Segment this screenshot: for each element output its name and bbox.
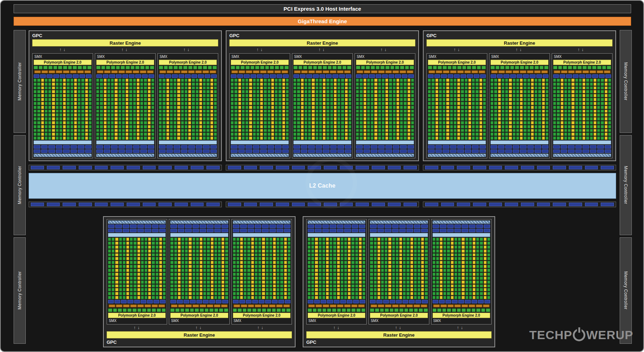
dp-core: [137, 242, 140, 245]
dp-core: [210, 106, 213, 109]
dp-core: [148, 98, 151, 101]
cuda-core: [233, 246, 236, 249]
dp-core: [571, 125, 574, 128]
dp-core: [260, 125, 263, 128]
cuda-core: [608, 117, 611, 120]
cuda-core: [234, 102, 237, 105]
cuda-core: [330, 106, 333, 109]
cuda-core: [404, 86, 406, 90]
cuda-core: [185, 113, 187, 116]
cuda-core: [337, 98, 340, 101]
dp-core: [262, 253, 265, 257]
cuda-core: [454, 113, 457, 116]
cuda-core: [483, 102, 486, 105]
ldst-block: [439, 300, 445, 303]
dp-core: [114, 133, 117, 136]
dp-core: [115, 284, 118, 288]
cuda-core: [319, 253, 322, 257]
cuda-core: [159, 133, 162, 136]
cuda-core: [145, 292, 147, 295]
sfu-block: [39, 66, 43, 69]
cuda-core: [96, 106, 99, 109]
cuda-core: [293, 117, 296, 120]
dp-core: [498, 113, 501, 116]
cuda-core: [112, 277, 114, 280]
dp-core: [178, 261, 181, 264]
cuda-core: [393, 86, 396, 90]
cuda-core: [403, 277, 406, 280]
cuda-core: [487, 277, 490, 280]
cuda-core: [118, 83, 121, 86]
cuda-core: [538, 117, 541, 120]
cuda-core: [360, 117, 362, 120]
sfu-block: [140, 66, 145, 69]
dp-core: [498, 137, 501, 140]
cuda-core: [370, 281, 373, 284]
cuda-core: [242, 129, 245, 132]
cuda-core: [133, 129, 136, 132]
dp-core: [312, 117, 314, 120]
cuda-core: [275, 98, 278, 101]
dispatch-block: [450, 149, 457, 153]
cuda-core: [218, 277, 221, 280]
cuda-core: [392, 242, 395, 245]
cuda-core: [341, 238, 343, 241]
cuda-core: [330, 253, 332, 257]
cuda-core: [557, 129, 560, 132]
cuda-core: [502, 86, 504, 90]
dp-core: [74, 79, 77, 82]
cuda-core: [371, 79, 374, 82]
cuda-core: [491, 106, 493, 109]
dp-core: [148, 288, 151, 291]
texture-block: [534, 70, 541, 73]
dp-core: [582, 83, 585, 86]
dp-core: [284, 277, 287, 280]
cuda-core: [264, 102, 267, 105]
cuda-core: [192, 106, 195, 109]
dp-core: [582, 102, 585, 105]
dp-core: [159, 238, 162, 241]
dispatch-block: [476, 224, 483, 228]
cuda-core: [141, 265, 144, 268]
cuda-core: [140, 121, 143, 124]
dp-core: [137, 83, 140, 86]
scheduler-block: [330, 145, 337, 149]
cuda-core: [575, 94, 578, 97]
cuda-core: [244, 296, 247, 299]
sfu-block: [337, 308, 341, 312]
cuda-core: [163, 269, 166, 272]
dp-core: [74, 113, 77, 116]
cuda-core: [100, 113, 103, 116]
dp-core: [520, 113, 523, 116]
cuda-core: [406, 292, 409, 295]
dispatch-block: [145, 224, 151, 228]
sfu-block: [442, 308, 447, 312]
scheduler-block: [513, 145, 519, 149]
dp-core: [211, 269, 214, 272]
dp-core: [462, 281, 464, 284]
cuda-core: [288, 249, 291, 253]
cuda-core: [385, 281, 387, 284]
cuda-core: [326, 90, 329, 93]
cuda-core: [144, 79, 147, 82]
dp-core: [410, 284, 413, 288]
ldst-units-row: [428, 74, 486, 78]
cuda-core: [436, 246, 439, 249]
cuda-core: [145, 249, 147, 253]
scheduler-block: [400, 145, 407, 149]
register-file-bar: [308, 233, 365, 237]
cuda-core: [48, 110, 51, 113]
dp-core: [126, 249, 129, 253]
cuda-core: [247, 261, 250, 264]
cuda-core: [266, 288, 269, 291]
dispatch-block: [575, 149, 582, 153]
ldst-block: [103, 74, 108, 78]
cuda-core: [247, 246, 250, 249]
cuda-core: [433, 281, 435, 284]
dp-core: [377, 292, 380, 295]
cuda-core: [196, 129, 199, 132]
cuda-core: [476, 238, 479, 241]
cuda-core: [575, 79, 578, 82]
cuda-core: [393, 83, 396, 86]
cuda-core: [378, 129, 381, 132]
